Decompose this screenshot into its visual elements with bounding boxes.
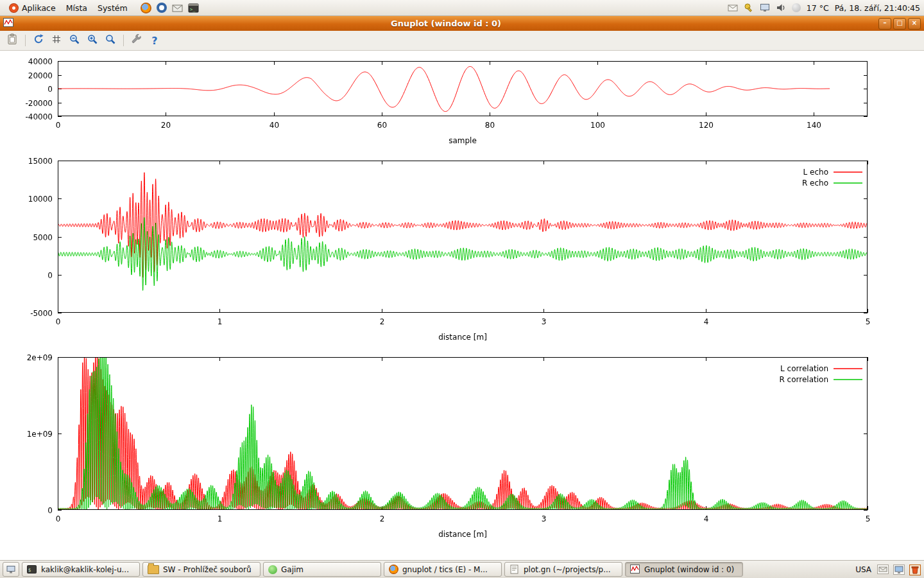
grid-icon <box>51 33 62 48</box>
plot-echo-signals[interactable] <box>0 147 924 346</box>
plot-area <box>0 51 924 560</box>
weather-icon[interactable] <box>792 3 801 12</box>
titlebar-buttons: – □ × <box>878 18 921 30</box>
show-desktop-button[interactable] <box>3 562 19 577</box>
help-icon[interactable] <box>157 3 167 13</box>
volume-icon[interactable] <box>776 3 786 13</box>
gnuplot-window: Gnuplot (window id : 0) – □ × <box>0 16 924 560</box>
configure-button[interactable] <box>128 33 145 48</box>
zoom-out-icon <box>69 33 80 48</box>
panel-launchers: >_ <box>141 3 199 13</box>
refresh-icon <box>33 33 44 48</box>
taskbar-item-label: plot.gn (~/projects/p... <box>524 565 611 574</box>
clock-applet[interactable]: Pá, 18. září, 21:40:45 <box>835 3 920 13</box>
taskbar-item-label: SW - Prohlížeč souborů <box>163 565 252 574</box>
distributor-logo-icon <box>9 3 19 13</box>
mail-icon[interactable] <box>877 565 887 575</box>
taskbar-item-browser[interactable]: gnuplot / tics (E) - M... <box>384 562 502 577</box>
menu-system[interactable]: Systém <box>92 2 133 14</box>
svg-text:>_: >_ <box>190 7 196 12</box>
toolbar: ? <box>0 31 924 51</box>
taskbar-item-label: Gajim <box>281 565 304 574</box>
zoom-in-icon <box>87 33 98 48</box>
keyboard-layout-indicator[interactable]: USA <box>855 565 871 574</box>
plot-correlation[interactable] <box>0 346 924 545</box>
menu-places-label: Místa <box>66 3 87 13</box>
toolbar-separator <box>123 35 124 46</box>
plot-sample-waveform[interactable] <box>0 51 924 147</box>
minimize-button[interactable]: – <box>878 18 891 30</box>
svg-text:$: $ <box>28 568 31 573</box>
terminal-launcher-icon[interactable]: >_ <box>188 3 199 13</box>
terminal-icon: $ <box>27 565 37 575</box>
menu-places[interactable]: Místa <box>61 2 92 14</box>
file-manager-icon <box>148 565 159 574</box>
temperature-applet[interactable]: 17 °C <box>807 3 829 13</box>
window-icon <box>3 17 13 30</box>
zoom-previous-button[interactable] <box>66 33 83 48</box>
remote-display-icon[interactable] <box>760 3 770 13</box>
menu-applications[interactable]: Aplikace <box>4 2 61 14</box>
zoom-fit-icon <box>105 33 116 48</box>
menu-system-label: Systém <box>98 3 128 13</box>
toolbar-separator <box>25 35 26 46</box>
taskbar-item-file-manager[interactable]: SW - Prohlížeč souborů <box>142 562 261 577</box>
desktop: Aplikace Místa Systém >_ <box>0 0 924 578</box>
taskbar-item-terminal[interactable]: $ kaklik@kaklik-kolej-u... <box>22 562 140 577</box>
mail-notification-icon[interactable] <box>728 3 738 13</box>
firefox-icon <box>389 565 398 574</box>
taskbar-item-gajim[interactable]: Gajim <box>263 562 381 577</box>
text-editor-icon <box>509 565 520 575</box>
taskbar-item-gnuplot[interactable]: Gnuplot (window id : 0) <box>625 562 743 577</box>
taskbar: $ kaklik@kaklik-kolej-u... SW - Prohlíže… <box>0 560 924 578</box>
taskbar-right: USA <box>855 565 921 575</box>
taskbar-item-label: kaklik@kaklik-kolej-u... <box>41 565 129 574</box>
copy-clipboard-button[interactable] <box>4 33 21 48</box>
zoom-next-button[interactable] <box>84 33 101 48</box>
wrench-icon <box>131 33 142 48</box>
gajim-icon <box>268 565 277 574</box>
toggle-grid-button[interactable] <box>48 33 65 48</box>
firefox-icon[interactable] <box>141 3 151 13</box>
autoscale-button[interactable] <box>102 33 119 48</box>
mail-launcher-icon[interactable] <box>172 3 183 13</box>
display-icon[interactable] <box>893 565 903 575</box>
taskbar-item-label: gnuplot / tics (E) - M... <box>402 565 488 574</box>
window-title: Gnuplot (window id : 0) <box>13 19 878 28</box>
titlebar[interactable]: Gnuplot (window id : 0) – □ × <box>0 16 924 31</box>
close-button[interactable]: × <box>908 18 921 30</box>
gnuplot-icon <box>630 565 640 575</box>
clipboard-icon <box>6 33 18 48</box>
help-button[interactable]: ? <box>146 33 163 48</box>
keyring-icon[interactable] <box>744 3 754 13</box>
menu-applications-label: Aplikace <box>22 3 56 13</box>
taskbar-item-label: Gnuplot (window id : 0) <box>644 565 734 574</box>
taskbar-item-editor[interactable]: plot.gn (~/projects/p... <box>504 562 622 577</box>
top-panel: Aplikace Místa Systém >_ <box>0 0 924 16</box>
question-icon: ? <box>151 35 157 47</box>
replot-button[interactable] <box>30 33 47 48</box>
trash-icon[interactable] <box>909 565 920 575</box>
maximize-button[interactable]: □ <box>893 18 906 30</box>
system-tray: 17 °C Pá, 18. září, 21:40:45 <box>728 3 920 13</box>
